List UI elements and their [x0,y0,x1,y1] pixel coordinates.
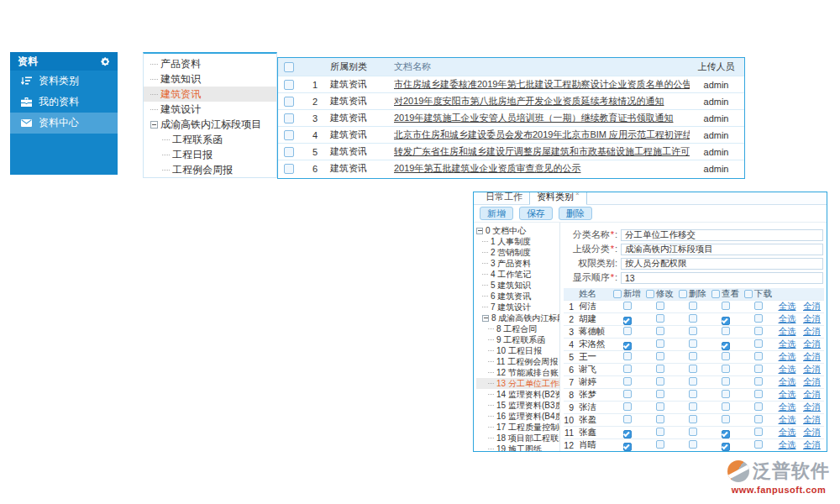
ws-tree-item[interactable]: 9 工程联系函 [476,334,559,345]
permission-checkbox[interactable] [722,377,730,386]
tab-close-icon[interactable]: × [575,192,580,197]
row-checkbox[interactable] [284,113,294,123]
ws-tree-item[interactable]: 4 工作笔记 [476,269,559,280]
select-all-link[interactable]: 全选 [779,364,796,374]
tab-daily-work[interactable]: 日常工作 [479,192,529,204]
clear-all-link[interactable]: 全消 [803,339,821,349]
row-checkbox[interactable] [284,164,294,174]
row-checkbox[interactable] [284,130,294,140]
doc-name-link[interactable]: 转发广东省住房和城乡建设厅调整房屋建筑和市政基础设施工程施工许可证办理限... [394,146,690,156]
permission-checkbox[interactable] [689,377,697,386]
row-checkbox[interactable] [284,147,294,157]
permission-checkbox[interactable] [722,327,730,335]
select-all-link[interactable]: 全选 [779,351,796,361]
doc-name-link[interactable]: 北京市住房和城乡建设委员会发布2019年北京市BIM 应用示范工程初评结果的通告 [394,129,690,139]
permission-checkbox[interactable] [623,390,632,398]
select-all-link[interactable]: 全选 [779,402,796,412]
permission-checkbox[interactable] [689,415,697,423]
column-checkbox[interactable] [744,290,753,298]
permission-checkbox[interactable] [722,415,730,423]
permission-checkbox[interactable] [623,365,632,373]
permission-checkbox[interactable] [754,339,763,348]
permission-checkbox[interactable] [623,317,632,325]
ws-tree-item[interactable]: 14 监理资料(B2资质) [476,389,559,400]
permission-checkbox[interactable] [689,302,697,310]
permission-checkbox[interactable] [754,440,763,449]
ws-tree-item[interactable]: 8 成渝高铁内江标段项目 [476,312,559,323]
ws-tree-item[interactable]: 7 建筑设计 [476,302,559,312]
clear-all-link[interactable]: 全消 [803,439,821,449]
permission-checkbox[interactable] [656,365,664,373]
column-checkbox[interactable] [646,290,654,298]
permission-checkbox[interactable] [623,430,632,438]
permission-checkbox[interactable] [722,352,730,360]
permission-checkbox[interactable] [754,428,763,436]
tree-item[interactable]: 产品资料 [144,56,276,71]
permission-checkbox[interactable] [722,443,730,451]
permission-checkbox[interactable] [722,390,730,398]
tree-item[interactable]: 成渝高铁内江标段项目 [144,117,276,132]
tab-data-category[interactable]: 资料类别× [529,192,587,205]
permission-checkbox[interactable] [623,327,632,335]
ws-tree-item[interactable]: 2 营销制度 [476,247,559,258]
permission-checkbox[interactable] [623,352,632,360]
sidebar-item-my-data[interactable]: 我的资料 [10,92,118,113]
ws-tree-item[interactable]: 1 人事制度 [476,236,559,247]
tree-item[interactable]: 工程联系函 [144,132,276,147]
permission-checkbox[interactable] [656,377,664,386]
permission-checkbox[interactable] [656,339,664,348]
doc-name-link[interactable]: 对2019年度安阳市第八批房地产开发企业资质延续考核情况的通知 [394,96,664,106]
clear-all-link[interactable]: 全消 [803,301,821,311]
permission-checkbox[interactable] [722,302,730,310]
clear-all-link[interactable]: 全消 [803,364,821,374]
permission-checkbox[interactable] [722,317,730,325]
permission-checkbox[interactable] [754,402,763,411]
ws-tree-item[interactable]: 13 分工单位工作移交 [476,378,559,389]
permission-checkbox[interactable] [689,365,697,373]
permission-checkbox[interactable] [689,390,697,398]
permission-checkbox[interactable] [754,314,763,323]
doc-name-link[interactable]: 2019年第五批建筑业企业资质审查意见的公示 [394,163,580,173]
permission-checkbox[interactable] [623,377,632,386]
clear-all-link[interactable]: 全消 [803,376,821,386]
permission-checkbox[interactable] [754,365,763,373]
doc-name-link[interactable]: 市住房城乡建委核准2019年第七批建设工程勘察设计企业资质名单的公告 [394,79,690,89]
select-all-link[interactable]: 全选 [779,339,796,349]
doc-name-link[interactable]: 2019年建筑施工企业安管人员培训班（一期）继续教育证书领取通知 [394,113,673,123]
permission-checkbox[interactable] [689,352,697,360]
ws-tree-item[interactable]: 15 监理资料(B3质量控制) [476,400,559,411]
ws-tree-item[interactable]: 5 建筑知识 [476,280,559,291]
tree-item[interactable]: 建筑资讯 [144,87,276,102]
ws-tree-item[interactable]: 19 施工图纸 [476,444,559,451]
ws-tree-item[interactable]: 10 工程日报 [476,345,559,356]
permission-checkbox[interactable] [722,402,730,411]
clear-all-link[interactable]: 全消 [803,351,821,361]
permission-checkbox[interactable] [754,352,763,360]
permission-checkbox[interactable] [656,314,664,323]
clear-all-link[interactable]: 全消 [803,389,821,399]
permission-checkbox[interactable] [754,302,763,310]
ws-tree-item[interactable]: 18 项目部工程联系单 [476,433,559,444]
permission-checkbox[interactable] [656,415,664,423]
select-all-checkbox[interactable] [284,62,294,72]
permission-type-input[interactable] [621,258,823,270]
ws-tree-item[interactable]: 6 建筑资讯 [476,291,559,302]
select-all-link[interactable]: 全选 [779,301,796,311]
sidebar-item-category[interactable]: 资料类别 [10,71,118,92]
permission-checkbox[interactable] [689,314,697,323]
collapse-icon[interactable] [476,228,483,234]
permission-checkbox[interactable] [754,390,763,398]
permission-checkbox[interactable] [623,443,632,451]
sidebar-item-data-center[interactable]: 资料中心 [10,113,118,134]
select-all-link[interactable]: 全选 [779,326,796,336]
permission-checkbox[interactable] [754,415,763,423]
permission-checkbox[interactable] [754,377,763,386]
permission-checkbox[interactable] [689,428,697,436]
clear-all-link[interactable]: 全消 [803,326,821,336]
permission-checkbox[interactable] [689,440,697,449]
permission-checkbox[interactable] [689,402,697,411]
delete-button[interactable]: 删除 [559,207,592,220]
collapse-icon[interactable] [482,315,489,322]
row-checkbox[interactable] [284,80,294,90]
permission-checkbox[interactable] [656,428,664,436]
